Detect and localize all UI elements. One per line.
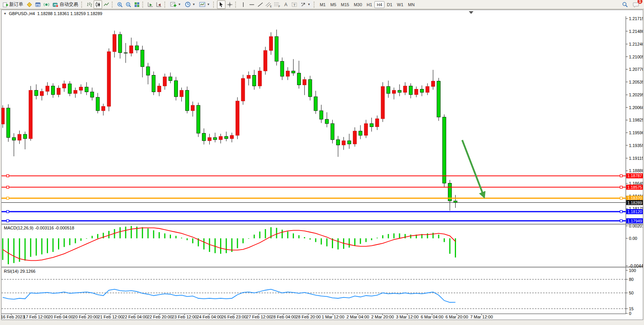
tile-windows-icon[interactable]	[133, 0, 141, 9]
svg-text:2 Mar 20:00: 2 Mar 20:00	[371, 315, 394, 319]
svg-text:20 Feb 04:00: 20 Feb 04:00	[48, 315, 73, 319]
bar-chart-icon[interactable]	[85, 0, 94, 9]
svg-text:0.002015: 0.002015	[629, 224, 643, 228]
new-order-button[interactable]: 新订单	[1, 1, 25, 9]
svg-text:100: 100	[629, 268, 636, 273]
main-toolbar: 新订单 自动交易	[0, 0, 644, 9]
tab-timeframe-w1[interactable]: W1	[395, 1, 406, 8]
toolbar-grip	[142, 2, 145, 8]
toolbar-grip	[112, 2, 114, 8]
arrows-button[interactable]: ▼	[299, 1, 313, 9]
templates-button[interactable]: ▼	[197, 1, 212, 9]
axes: 1.217151.214801.212401.210051.207701.205…	[2, 16, 643, 319]
search-icon[interactable]	[621, 0, 629, 9]
mt4-application: 新订单 自动交易	[0, 0, 644, 325]
collapse-caret-icon[interactable]: ▼	[3, 12, 7, 15]
trendline-icon[interactable]	[256, 0, 265, 9]
chart-ohlc-values: 1.18288 1.18361 1.18259 1.18289	[37, 11, 102, 16]
templates-icon	[199, 2, 205, 7]
equidistant-channel-icon[interactable]: E	[265, 0, 273, 9]
svg-text:0: 0	[629, 311, 631, 316]
auto-trading-label: 自动交易	[60, 1, 78, 8]
toolbar-grip	[235, 2, 238, 8]
zoom-out-icon[interactable]	[124, 0, 133, 9]
toolbar-grip	[213, 2, 216, 8]
svg-text:1.21005: 1.21005	[629, 55, 643, 59]
svg-text:3 Mar 12:00: 3 Mar 12:00	[396, 315, 419, 319]
chart-symbol-period: GBPUSD-,H4	[9, 11, 35, 16]
tab-timeframe-h4[interactable]: H4	[374, 1, 384, 8]
tab-timeframe-m1[interactable]: M1	[318, 1, 328, 8]
rsi-indicator-label: RSI(14)29.1266	[4, 269, 37, 274]
market-watch-icon[interactable]	[25, 0, 34, 9]
svg-text:1.20770: 1.20770	[629, 67, 643, 72]
chart-canvas[interactable]: 1.217151.214801.212401.210051.207701.205…	[2, 10, 643, 319]
line-chart-icon[interactable]	[102, 0, 111, 9]
svg-text:1.21480: 1.21480	[629, 29, 643, 34]
periods-button[interactable]: ▼	[183, 1, 197, 9]
svg-text:1.21715: 1.21715	[629, 16, 643, 21]
signals-icon[interactable]	[42, 0, 51, 9]
new-chart-icon	[170, 2, 176, 7]
svg-text:1.17949: 1.17949	[627, 219, 642, 223]
cursor-icon[interactable]	[217, 0, 225, 9]
svg-text:1.18787: 1.18787	[627, 173, 642, 178]
svg-text:1 Mar 12:00: 1 Mar 12:00	[322, 315, 345, 319]
svg-text:1.18880: 1.18880	[629, 168, 643, 173]
svg-text:T: T	[293, 3, 296, 7]
svg-text:1.19355: 1.19355	[629, 143, 643, 148]
macd-pane	[2, 226, 456, 264]
svg-text:17 Feb 12:00: 17 Feb 12:00	[24, 315, 49, 319]
svg-text:1.19825: 1.19825	[629, 118, 643, 122]
macd-values: -0.003116 -0.000518	[35, 226, 74, 230]
tab-timeframe-m5[interactable]: M5	[328, 1, 338, 8]
svg-text:50: 50	[629, 291, 634, 295]
macd-name: MACD(12,26,9)	[4, 226, 33, 230]
svg-text:80: 80	[629, 277, 634, 282]
auto-scroll-icon[interactable]	[146, 0, 155, 9]
tab-timeframe-m30[interactable]: M30	[352, 1, 364, 8]
svg-text:16 Feb 2023: 16 Feb 2023	[2, 315, 25, 319]
svg-text:E: E	[270, 5, 272, 8]
auto-trading-button[interactable]: 自动交易	[51, 1, 80, 9]
svg-text:6 Mar 20:00: 6 Mar 20:00	[446, 315, 468, 319]
crosshair-icon[interactable]	[225, 0, 234, 9]
rsi-name: RSI(14)	[4, 269, 19, 274]
horizontal-price-lines[interactable]	[2, 174, 626, 222]
data-window-icon[interactable]	[34, 0, 42, 9]
zoom-in-icon[interactable]	[116, 0, 124, 9]
text-icon[interactable]: A	[282, 0, 290, 9]
toolbar-grip	[314, 2, 316, 8]
svg-text:1.19115: 1.19115	[629, 156, 643, 161]
svg-text:1.20535: 1.20535	[629, 80, 643, 84]
svg-text:A: A	[284, 2, 287, 7]
svg-text:1.18120: 1.18120	[627, 209, 642, 214]
svg-text:2 Mar 04:00: 2 Mar 04:00	[347, 315, 369, 319]
tab-timeframe-h1[interactable]: H1	[364, 1, 374, 8]
svg-text:23 Feb 12:00: 23 Feb 12:00	[172, 315, 197, 319]
candlestick-chart-icon[interactable]	[94, 0, 102, 9]
horizontal-line-icon[interactable]	[248, 0, 256, 9]
auto-trading-icon	[53, 2, 58, 7]
label-icon[interactable]: T	[290, 0, 299, 9]
dropdown-caret-icon: ▼	[178, 3, 181, 6]
fibonacci-icon[interactable]: F	[273, 0, 282, 9]
chart-title: ▼ GBPUSD-,H4 1.18288 1.18361 1.18259 1.1…	[3, 11, 102, 16]
notifications-icon[interactable]: 1	[632, 0, 640, 9]
chart-shift-marker[interactable]	[469, 11, 473, 14]
new-order-icon	[3, 2, 8, 7]
new-order-label: 新订单	[9, 1, 23, 8]
svg-text:7 Mar 12:00: 7 Mar 12:00	[470, 315, 493, 319]
tab-timeframe-d1[interactable]: D1	[384, 1, 395, 8]
new-chart-button[interactable]: ▼	[168, 1, 183, 9]
tab-timeframe-m15[interactable]: M15	[338, 1, 351, 8]
vertical-line-icon[interactable]	[239, 0, 248, 9]
svg-text:27 Feb 12:00: 27 Feb 12:00	[246, 315, 272, 319]
tab-timeframe-mn[interactable]: MN	[406, 1, 417, 8]
clock-icon	[185, 2, 191, 7]
svg-text:1.18289: 1.18289	[627, 200, 642, 205]
chart-window[interactable]: ▼ GBPUSD-,H4 1.18288 1.18361 1.18259 1.1…	[1, 10, 643, 320]
chart-shift-icon[interactable]	[155, 0, 163, 9]
svg-text:20 Feb 20:00: 20 Feb 20:00	[73, 315, 98, 319]
svg-text:1.20060: 1.20060	[629, 105, 643, 110]
